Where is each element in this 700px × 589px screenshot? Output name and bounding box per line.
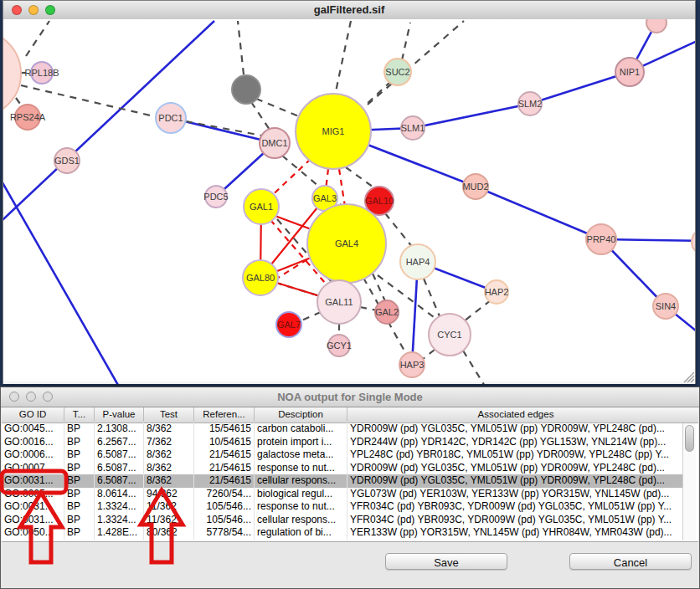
- cell: biological regul...: [255, 488, 347, 501]
- cell: 8/362: [144, 462, 194, 475]
- node-label-HAP4: HAP4: [406, 257, 430, 267]
- noa-output-window: NOA output for Single Mode GO IDT...P-va…: [0, 387, 700, 589]
- node-MSI[interactable]: [692, 228, 695, 255]
- table-row[interactable]: GO:0016...BP6.2567...7/36210/54615protei…: [2, 436, 684, 449]
- node-label-GAL7: GAL7: [277, 320, 301, 330]
- cell: GO:0031...: [2, 514, 64, 527]
- edge-pd[interactable]: [346, 167, 376, 189]
- edge-pd[interactable]: [256, 99, 301, 117]
- network-canvas[interactable]: RPL18BRPS24AGDS1PDC1DMC1MIG1SUC2SLM1SLM2…: [3, 19, 695, 384]
- nodes-layer: RPL18BRPS24AGDS1PDC1DMC1MIG1SUC2SLM1SLM2…: [3, 19, 695, 377]
- cancel-button[interactable]: Cancel: [569, 553, 692, 570]
- node-unlabeled-large-node[interactable]: [3, 30, 21, 117]
- node-label-PDC5: PDC5: [203, 192, 228, 202]
- cell: 6.5087...: [95, 474, 144, 488]
- cell: 1.3324...: [95, 514, 144, 527]
- cell: YDR009W (pd) YGL035C, YML051W (pp) YDR00…: [347, 474, 684, 488]
- cell: BP: [64, 436, 95, 449]
- node-label-MIG1: MIG1: [322, 126, 345, 136]
- edge-pd[interactable]: [373, 274, 385, 301]
- cell: 6.2567...: [95, 436, 144, 449]
- table-row[interactable]: GO:0031...BP1.3324...11/362105/546...cel…: [2, 514, 684, 527]
- cell: 5778/54...: [194, 526, 255, 540]
- cell: 8/362: [144, 423, 194, 436]
- results-table: GO IDT...P-valueTestReferen...Desciption…: [2, 407, 698, 542]
- edge-pd[interactable]: [463, 351, 486, 384]
- column-header-goid[interactable]: GO ID: [2, 407, 64, 422]
- node-label-GAL2: GAL2: [375, 307, 399, 317]
- cell: response to nut...: [255, 462, 347, 475]
- edge-pp[interactable]: [413, 104, 530, 128]
- edge-pp[interactable]: [3, 21, 214, 245]
- edge-pd[interactable]: [364, 81, 391, 106]
- noa-window-title: NOA output for Single Mode: [1, 391, 699, 403]
- edge-pd[interactable]: [368, 21, 464, 105]
- column-header-t[interactable]: T...: [64, 407, 95, 422]
- node-label-SLM1: SLM1: [401, 123, 425, 133]
- edge-pp[interactable]: [476, 187, 601, 239]
- table-row[interactable]: GO:0050...BP1.428E...80/3625778/54...reg…: [2, 526, 684, 540]
- edge-pd[interactable]: [424, 279, 440, 316]
- edge-pd[interactable]: [385, 213, 413, 248]
- cell: GO:0006...: [2, 448, 64, 462]
- table-row[interactable]: GO:0031...BP1.3324...11/362105/546...res…: [2, 500, 684, 514]
- noa-window-titlebar[interactable]: NOA output for Single Mode: [1, 387, 699, 407]
- cell: YDR009W (pd) YGL035C, YML051W (pp) YDR00…: [347, 423, 684, 436]
- column-header-associatededges[interactable]: Associated edges: [347, 407, 684, 422]
- node-label-SLM2: SLM2: [518, 99, 543, 109]
- cell: YFR034C (pd) YBR093C, YDR009W (pd) YGL03…: [347, 500, 684, 514]
- cell: protein import i...: [255, 436, 347, 449]
- edge-pd[interactable]: [402, 23, 410, 60]
- column-header-test[interactable]: Test: [144, 407, 194, 422]
- scrollbar-thumb[interactable]: [685, 425, 694, 452]
- node-label-GAL10: GAL10: [365, 196, 394, 206]
- column-header-pvalue[interactable]: P-value: [95, 407, 144, 422]
- vertical-scrollbar[interactable]: [682, 423, 696, 540]
- edges-layer: [3, 21, 695, 384]
- edge-pd[interactable]: [423, 350, 435, 359]
- node-label-GAL3: GAL3: [313, 193, 337, 203]
- resize-grip[interactable]: [684, 372, 694, 382]
- edge-pd[interactable]: [335, 21, 351, 95]
- table-row[interactable]: GO:0045...BP2.1308...8/36215/54615carbon…: [2, 423, 684, 436]
- node-label-GAL11: GAL11: [325, 297, 353, 307]
- edge-pp[interactable]: [530, 72, 630, 104]
- cell: YDR244W (pp) YDR142C, YDR142C (pp) YGL15…: [347, 436, 684, 449]
- table-row[interactable]: GO:0006...BP6.5087...8/36221/54615galact…: [2, 448, 684, 462]
- column-header-referen[interactable]: Referen...: [194, 407, 255, 422]
- cell: 1.428E...: [95, 526, 144, 540]
- save-button[interactable]: Save: [385, 553, 507, 570]
- node-label-RPL18B: RPL18B: [25, 68, 59, 78]
- cell: GO:0016...: [2, 436, 64, 449]
- column-header-desciption[interactable]: Desciption: [255, 407, 347, 422]
- node-unlabeled-gray-node[interactable]: [232, 75, 260, 104]
- table-row[interactable]: GO:0065...BP8.0614...94/3627260/54...bio…: [2, 488, 684, 501]
- edge-pd[interactable]: [251, 102, 270, 130]
- cell: 8/362: [144, 448, 194, 462]
- cell: 10/54615: [194, 436, 255, 449]
- edge-pd[interactable]: [464, 300, 491, 321]
- table-row[interactable]: GO:0031...BP6.5087...8/36221/54615cellul…: [2, 474, 684, 488]
- edge-rd[interactable]: [339, 169, 345, 207]
- node-clipped-top-node[interactable]: [646, 19, 667, 33]
- cell: BP: [64, 514, 95, 527]
- cell: GO:0050...: [2, 526, 64, 540]
- table-header-row[interactable]: GO IDT...P-valueTestReferen...Desciption…: [2, 407, 698, 423]
- cell: 2.1308...: [95, 423, 144, 436]
- table-row[interactable]: GO:0007...BP6.5087...8/36221/54615respon…: [2, 462, 684, 475]
- edge-pd[interactable]: [26, 21, 49, 56]
- edge-pp[interactable]: [3, 172, 122, 384]
- node-label-GDS1: GDS1: [54, 156, 80, 166]
- cell: YDR009W (pd) YGL035C, YML051W (pp) YDR00…: [347, 462, 684, 475]
- node-label-CYC1: CYC1: [437, 330, 461, 340]
- cell: 11/362: [144, 514, 194, 527]
- cell: 80/362: [144, 526, 194, 540]
- network-window-titlebar[interactable]: galFiltered.sif: [3, 1, 695, 20]
- cell: response to nut...: [255, 500, 347, 514]
- node-label-NIP1: NIP1: [620, 67, 640, 77]
- edge-pd[interactable]: [300, 312, 321, 321]
- cell: cellular respons...: [255, 514, 347, 527]
- edge-pd[interactable]: [238, 21, 244, 74]
- node-label-SIN4: SIN4: [656, 301, 676, 311]
- cell: 105/546...: [194, 514, 255, 527]
